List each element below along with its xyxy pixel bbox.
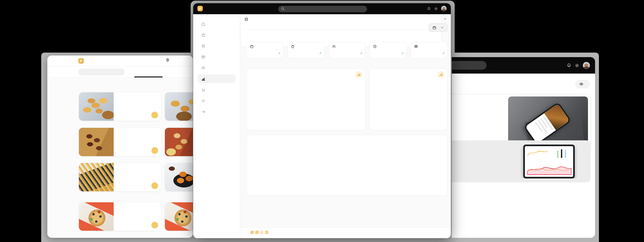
- menu-card: [79, 202, 161, 231]
- menu-card: [79, 92, 161, 121]
- sidebar-item-analytics[interactable]: [197, 75, 236, 83]
- site-header: [452, 57, 595, 74]
- legend-cancelled-by-system: [439, 139, 443, 142]
- stat-delta: ↗: [278, 52, 280, 55]
- sidebar-item-home[interactable]: [197, 20, 236, 28]
- food-image-bbq-pizza: [165, 202, 193, 231]
- sidebar-item-settings[interactable]: [197, 96, 236, 105]
- orders-volume-chart: [251, 80, 361, 128]
- table-header-row: [244, 26, 447, 30]
- search-items-input[interactable]: [78, 68, 125, 76]
- food-image-loaded-fries: [79, 163, 114, 191]
- sidebar-item-logout[interactable]: [197, 107, 236, 116]
- sidebar-item-sales-channels[interactable]: [197, 86, 236, 94]
- chart-legend: [428, 139, 443, 142]
- food-image-fried-chicken: [165, 163, 193, 191]
- stat-card-unique-customers: ↗: [328, 42, 365, 58]
- bag-icon: [291, 45, 295, 48]
- trend-up-icon: ↗: [360, 52, 362, 55]
- twitter-icon[interactable]: t: [255, 231, 259, 234]
- stat-delta: ↗: [319, 52, 321, 55]
- eye-icon: [579, 82, 583, 86]
- add-item-button[interactable]: [151, 112, 158, 118]
- sidebar-item-orders[interactable]: [197, 31, 236, 39]
- stat-card-pending-orders: ↗: [369, 42, 406, 58]
- clock-icon: [373, 45, 377, 48]
- menu-content: [47, 78, 193, 238]
- table-icon: [201, 55, 205, 59]
- menu-card-partial: [165, 163, 193, 191]
- sales-trends-card: [369, 68, 448, 130]
- tablet-product-image: [510, 145, 588, 178]
- food-image-bbq-wings: [79, 128, 114, 156]
- menu-card-partial: [165, 202, 193, 231]
- stat-card-active-tables: ↗: [411, 42, 448, 58]
- stat-delta: ↗: [401, 52, 403, 55]
- aitisal-logo-icon: [197, 6, 203, 11]
- global-search-input[interactable]: [278, 6, 367, 12]
- menu-card-partial: [165, 92, 193, 121]
- stats-row: ↗ ↗ ↗ ↗: [246, 42, 448, 58]
- social-icons: f t ◎ in: [251, 231, 268, 234]
- menu-toolbar: [47, 66, 193, 77]
- location-chip[interactable]: [166, 58, 171, 62]
- sidebar-item-menu[interactable]: [197, 42, 236, 50]
- add-item-button[interactable]: [151, 222, 158, 228]
- orders-volume-card: [246, 68, 365, 130]
- bell-icon[interactable]: [427, 7, 431, 11]
- online-restaurant-badge[interactable]: [575, 80, 590, 88]
- basket-icon: [201, 33, 205, 37]
- menu-card: [79, 163, 161, 191]
- analytics-bars-icon: [201, 77, 205, 81]
- dashboard-topbar: [193, 3, 451, 14]
- sidebar-item-table-management[interactable]: [197, 53, 236, 61]
- gear-icon[interactable]: [575, 63, 579, 68]
- menu-card-partial: [165, 128, 193, 156]
- avatar[interactable]: [583, 62, 590, 69]
- add-item-button[interactable]: [151, 147, 158, 154]
- sidebar-item-customers[interactable]: [197, 64, 236, 72]
- facebook-icon[interactable]: f: [251, 231, 254, 234]
- menu-header: [47, 55, 193, 66]
- stat-card-total-sales: ↗: [287, 42, 324, 58]
- bell-icon[interactable]: [567, 63, 571, 68]
- linkedin-icon[interactable]: in: [265, 231, 268, 234]
- search-input[interactable]: [452, 61, 487, 70]
- chart-options-icon[interactable]: [355, 71, 362, 78]
- add-item-button[interactable]: [151, 182, 158, 189]
- database-icon: [244, 17, 248, 21]
- chevron-down-icon: [444, 17, 447, 20]
- food-image-chicken: [165, 128, 193, 156]
- food-image-garlic-bread: [79, 92, 114, 121]
- summary-dropdown[interactable]: [441, 17, 447, 20]
- trend-up-icon: ↗: [319, 52, 321, 55]
- cart-icon: [201, 88, 205, 92]
- stat-card-todays-orders: ↗: [246, 42, 283, 58]
- table-icon: [414, 45, 418, 48]
- food-image-bbq-pizza: [79, 202, 114, 231]
- brand: [197, 6, 205, 11]
- desktop: ↗ ↗ ↗ ↗: [0, 0, 644, 242]
- legend-swatch: [439, 139, 441, 142]
- basket-icon: [250, 45, 254, 48]
- brand: [78, 58, 86, 64]
- gear-icon: [201, 99, 205, 103]
- users-icon: [332, 45, 336, 48]
- instagram-icon[interactable]: ◎: [260, 231, 263, 234]
- sales-overview-header: [244, 17, 251, 21]
- dashboard-window: ↗ ↗ ↗ ↗: [193, 3, 451, 238]
- dashboard-content: ↗ ↗ ↗ ↗: [240, 14, 451, 238]
- users-icon: [201, 66, 205, 70]
- trend-up-icon: ↗: [278, 52, 280, 55]
- chart-options-icon[interactable]: [438, 71, 444, 78]
- gear-icon[interactable]: [434, 7, 438, 11]
- sidebar: [193, 14, 240, 238]
- stat-delta: ↗: [442, 52, 444, 55]
- avatar[interactable]: [441, 6, 447, 11]
- home-icon: [201, 22, 205, 26]
- trend-up-icon: ↗: [442, 52, 444, 55]
- sales-trends-chart: [373, 80, 444, 128]
- aitisal-logo-icon: [78, 58, 84, 64]
- stat-delta: ↗: [360, 52, 362, 55]
- logout-arrow-icon: [201, 110, 205, 114]
